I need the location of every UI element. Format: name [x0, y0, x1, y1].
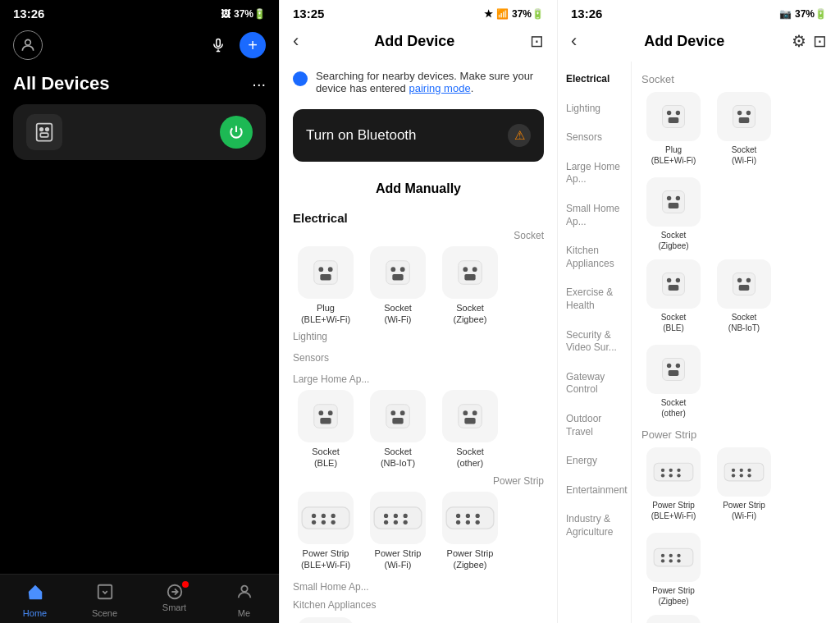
status-bar-p3: 13:26 📷 37%🔋 — [558, 0, 840, 24]
p3-strip-grid: Power Strip(BLE+Wi-Fi) Power Strip(Wi-Fi… — [641, 447, 830, 612]
svg-point-112 — [669, 559, 673, 562]
svg-point-87 — [737, 278, 742, 282]
device-strip-zigbee-p2[interactable]: Power Strip(Zigbee) — [437, 492, 503, 571]
p3-main-content[interactable]: Socket Plug(BLE+Wi-Fi) — [632, 62, 840, 623]
device-card[interactable] — [13, 104, 266, 160]
svg-point-37 — [322, 520, 326, 525]
p3-strip-zigbee[interactable]: Power Strip(Zigbee) — [641, 533, 705, 607]
cat-lighting-p2[interactable]: Lighting — [293, 326, 544, 347]
settings-button-p3[interactable]: ⚙ — [792, 31, 806, 51]
svg-rect-25 — [386, 404, 410, 428]
svg-point-100 — [677, 474, 680, 477]
p3-nav-outdoor[interactable]: Outdoor Travel — [558, 405, 631, 447]
device-plug-ble-wifi-p2[interactable]: Plug(BLE+Wi-Fi) — [293, 246, 358, 326]
device-socket-nbiot-p2[interactable]: Socket(NB-IoT) — [365, 390, 431, 470]
p3-nav-energy[interactable]: Energy — [558, 447, 631, 476]
p3-nav-sensors[interactable]: Sensors — [558, 123, 631, 153]
p3-socket-nbiot[interactable]: Socket(NB-IoT) — [712, 259, 776, 333]
panel1-header: + — [0, 24, 279, 66]
svg-rect-40 — [374, 507, 422, 529]
p3-nav-security[interactable]: Security & Video Sur... — [558, 321, 631, 363]
svg-point-41 — [384, 514, 388, 518]
back-button-p2[interactable]: ‹ — [293, 30, 299, 52]
p3-socket-ble[interactable]: Socket(BLE) — [641, 259, 705, 333]
p3-nav-industry[interactable]: Industry & Agriculture — [558, 505, 631, 547]
p3-socket-other[interactable]: Socket(other) — [641, 345, 705, 419]
device-strip-other-p2[interactable]: Power Strip(other) — [293, 617, 358, 623]
ble-warning-icon: ⚠ — [508, 124, 531, 147]
p3-strip-other[interactable]: Power Strip(other) — [641, 615, 705, 623]
svg-point-15 — [400, 267, 405, 272]
bottom-nav: Home Scene Smart — [0, 574, 279, 623]
search-text: Searching for nearby devices. Make sure … — [316, 70, 544, 94]
svg-rect-85 — [669, 285, 679, 291]
p3-nav-electrical[interactable]: Electrical — [558, 65, 631, 94]
svg-point-71 — [667, 111, 671, 115]
nav-home[interactable]: Home — [0, 575, 70, 623]
power-button[interactable] — [220, 116, 253, 149]
p3-nav-entertainment[interactable]: Entertainment — [558, 476, 631, 506]
nav-me[interactable]: Me — [209, 575, 279, 623]
socket-zigbee-label-p2: Socket(Zigbee) — [454, 302, 487, 326]
p3-strip-wifi[interactable]: Power Strip(Wi-Fi) — [712, 447, 776, 521]
p3-nav-gateway[interactable]: Gateway Control — [558, 363, 631, 405]
device-socket-zigbee-p2[interactable]: Socket(Zigbee) — [437, 246, 503, 326]
pairing-mode-link[interactable]: pairing mode — [409, 82, 470, 94]
p3-nav-large-home[interactable]: Large Home Ap... — [558, 153, 631, 195]
svg-point-8 — [241, 586, 247, 592]
p3-socket-wifi-label: Socket(Wi-Fi) — [732, 144, 757, 166]
add-button[interactable]: + — [240, 32, 266, 58]
nav-scene[interactable]: Scene — [70, 575, 139, 623]
status-bar-p2: 13:25 ★ 📶 37%🔋 — [280, 0, 557, 24]
svg-point-52 — [476, 514, 480, 518]
time-p1: 13:26 — [13, 7, 44, 21]
p3-plug-ble-wifi[interactable]: Plug(BLE+Wi-Fi) — [641, 92, 705, 166]
svg-point-53 — [476, 520, 480, 525]
p3-socket-wifi[interactable]: Socket(Wi-Fi) — [712, 92, 776, 166]
svg-point-88 — [746, 278, 751, 282]
cat-sensors-p2[interactable]: Sensors — [293, 347, 544, 369]
device-strip-ble-wifi-p2[interactable]: Power Strip(BLE+Wi-Fi) — [293, 492, 358, 571]
device-strip-wifi-p2[interactable]: Power Strip(Wi-Fi) — [365, 492, 431, 571]
p3-socket-zigbee[interactable]: Socket(Zigbee) — [641, 177, 705, 251]
device-socket-wifi-p2[interactable]: Socket(Wi-Fi) — [365, 246, 431, 326]
p3-nav-small-home[interactable]: Small Home Ap... — [558, 195, 631, 236]
socket-ble-label-p2: Socket(BLE) — [312, 446, 340, 470]
app-header-p3: ‹ Add Device ⚙ ⊡ — [558, 24, 840, 62]
cat-large-home-p2[interactable]: Large Home Ap... — [293, 369, 544, 390]
bluetooth-bar[interactable]: Turn on Bluetooth ⚠ — [293, 109, 544, 162]
p3-socket-wifi-icon — [717, 92, 771, 141]
more-options-button[interactable]: ··· — [252, 75, 266, 94]
p3-socket-label: Socket — [641, 73, 830, 85]
back-button-p3[interactable]: ‹ — [571, 30, 577, 52]
device-socket-ble-p2[interactable]: Socket(BLE) — [293, 390, 358, 470]
fullscreen-button-p3[interactable]: ⊡ — [813, 31, 827, 51]
p3-strip-ble-wifi-label: Power Strip(BLE+Wi-Fi) — [651, 500, 696, 521]
mic-button[interactable] — [205, 32, 231, 58]
cat-kitchen-p2[interactable]: Kitchen Appliances — [293, 596, 544, 614]
svg-point-48 — [456, 514, 460, 518]
svg-point-14 — [390, 267, 395, 272]
time-p3: 13:26 — [571, 7, 602, 21]
panel-add-device-search: 13:25 ★ 📶 37%🔋 ‹ Add Device ⊡ Searching … — [279, 0, 558, 623]
device-socket-other-p2[interactable]: Socket(other) — [437, 390, 503, 470]
strip-grid-p2: Power Strip(BLE+Wi-Fi) Power Strip(Wi-Fi… — [293, 492, 544, 571]
status-icons-p3: 📷 37%🔋 — [779, 8, 827, 20]
photo-icon: 🖼 — [221, 8, 231, 20]
svg-point-11 — [328, 267, 333, 272]
cat-small-home-p2[interactable]: Small Home Ap... — [293, 578, 544, 596]
p3-nav-lighting[interactable]: Lighting — [558, 94, 631, 124]
svg-point-95 — [661, 469, 664, 472]
nav-smart[interactable]: Smart — [139, 575, 209, 623]
avatar[interactable] — [13, 30, 43, 60]
p3-nav-exercise[interactable]: Exercise & Health — [558, 278, 631, 320]
p3-left-nav: Electrical Lighting Sensors Large Home A… — [558, 62, 632, 623]
add-device-title-p3: Add Device — [577, 33, 792, 50]
p2-scroll-content[interactable]: Electrical Socket Plug(BLE+Wi-Fi) — [280, 203, 557, 623]
expand-button-p2[interactable]: ⊡ — [530, 31, 544, 51]
battery-p2: 37%🔋 — [512, 8, 544, 20]
strip-ble-wifi-icon-p2 — [298, 492, 354, 544]
p3-strip-ble-wifi[interactable]: Power Strip(BLE+Wi-Fi) — [641, 447, 705, 521]
p3-nav-kitchen[interactable]: Kitchen Appliances — [558, 236, 631, 278]
p3-socket-grid: Plug(BLE+Wi-Fi) Socket(Wi-Fi) — [641, 92, 830, 256]
